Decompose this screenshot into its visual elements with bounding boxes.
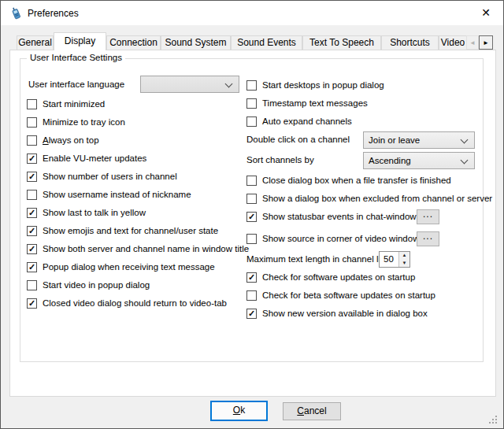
tab-shortcuts[interactable]: Shortcuts	[381, 35, 439, 50]
start-desktops-in-popup-dialog-row[interactable]: Start desktops in popup dialog	[246, 79, 384, 91]
start-video-in-popup-dialog-row[interactable]: Start video in popup dialog	[27, 279, 150, 291]
tab-display[interactable]: Display	[54, 32, 106, 50]
window-title: Preferences	[28, 8, 79, 19]
cancel-button[interactable]: Cancel	[283, 402, 341, 420]
show-statusbar-events-in-chat-window-label: Show statusbar events in chat-window	[262, 212, 417, 221]
show-last-to-talk-in-yellow-row[interactable]: ✓Show last to talk in yellow	[27, 206, 146, 219]
preferences-dialog: Preferences ✕ ◄ ► User Interface Setting…	[0, 0, 504, 429]
app-icon	[9, 6, 23, 20]
close-dialog-box-when-a-file-transfer-is-finished-row[interactable]: Close dialog box when a file transfer is…	[246, 174, 451, 187]
user-interface-language-combobox[interactable]	[140, 76, 239, 93]
maximum-text-length-in-channel-list-value[interactable]: 50	[384, 254, 394, 264]
chevron-down-icon	[461, 136, 469, 144]
double-click-on-a-channel-combobox[interactable]: Join or leave	[363, 131, 475, 149]
tab-video[interactable]: Video	[439, 35, 467, 50]
spin-buttons: ▲▼	[398, 252, 410, 267]
timestamp-text-messages-label: Timestamp text messages	[262, 98, 368, 108]
closed-video-dialog-should-return-to-video-tab-checkbox[interactable]: ✓	[27, 298, 37, 309]
always-on-top-label: Always on top	[43, 135, 99, 145]
show-emojis-and-text-for-channel-user-state-row[interactable]: ✓Show emojis and text for channel/user s…	[27, 224, 218, 237]
chevron-down-icon	[225, 80, 233, 88]
show-a-dialog-box-when-excluded-from-channel-or-server-row[interactable]: Show a dialog box when excluded from cha…	[246, 192, 492, 205]
show-username-instead-of-nickname-label: Show username instead of nickname	[43, 190, 191, 199]
start-minimized-row[interactable]: Start minimized	[27, 98, 105, 110]
spin-down-button[interactable]: ▼	[399, 260, 410, 268]
check-for-beta-software-updates-on-startup-row[interactable]: Check for beta software updates on start…	[246, 289, 435, 301]
closed-video-dialog-should-return-to-video-tab-row[interactable]: ✓Closed video dialog should return to vi…	[27, 297, 227, 309]
tab-sound-system[interactable]: Sound System	[161, 35, 231, 50]
group-title: User Interface Settings	[27, 53, 125, 62]
start-desktops-in-popup-dialog-checkbox[interactable]	[246, 80, 257, 91]
tab-connection[interactable]: Connection	[106, 35, 161, 50]
popup-dialog-when-receiving-text-message-row[interactable]: ✓Popup dialog when receiving text messag…	[27, 261, 215, 273]
show-source-in-corner-of-video-window-label: Show source in corner of video window	[262, 234, 419, 243]
tab-general[interactable]: General	[17, 35, 54, 50]
show-source-in-corner-of-video-window-browse-button[interactable]: ...	[417, 231, 439, 246]
show-new-version-available-in-dialog-box-label: Show new version available in dialog box	[262, 309, 428, 318]
minimize-to-tray-icon-row[interactable]: Minimize to tray icon	[27, 116, 125, 128]
minimize-to-tray-icon-checkbox[interactable]	[27, 117, 37, 128]
popup-dialog-when-receiving-text-message-label: Popup dialog when receiving text message	[43, 262, 215, 272]
show-both-server-and-channel-name-in-window-title-checkbox[interactable]: ✓	[27, 244, 37, 254]
show-source-in-corner-of-video-window-checkbox[interactable]	[246, 234, 257, 244]
sort-channels-by-combobox-value: Ascending	[369, 156, 411, 165]
check-for-beta-software-updates-on-startup-checkbox[interactable]	[246, 290, 257, 301]
check-for-software-updates-on-startup-checkbox[interactable]: ✓	[246, 272, 257, 283]
check-for-software-updates-on-startup-label: Check for software updates on startup	[262, 272, 415, 282]
show-statusbar-events-in-chat-window-browse-button[interactable]: ...	[417, 209, 439, 224]
show-both-server-and-channel-name-in-window-title-row[interactable]: ✓Show both server and channel name in wi…	[27, 242, 249, 255]
show-statusbar-events-in-chat-window-row[interactable]: ✓Show statusbar events in chat-window	[246, 210, 417, 223]
title-bar[interactable]: Preferences ✕	[1, 1, 503, 25]
close-dialog-box-when-a-file-transfer-is-finished-checkbox[interactable]	[246, 176, 257, 186]
show-last-to-talk-in-yellow-checkbox[interactable]: ✓	[27, 208, 37, 218]
start-minimized-checkbox[interactable]	[27, 99, 37, 109]
user-interface-language-label: User interface language	[28, 80, 124, 89]
start-minimized-label: Start minimized	[43, 99, 105, 109]
chevron-down-icon	[461, 157, 469, 165]
show-source-in-corner-of-video-window-row[interactable]: Show source in corner of video window	[246, 232, 419, 245]
show-new-version-available-in-dialog-box-checkbox[interactable]: ✓	[246, 309, 257, 319]
sort-channels-by-label: Sort channels by	[246, 155, 314, 165]
auto-expand-channels-label: Auto expand channels	[262, 116, 352, 126]
show-number-of-users-in-channel-checkbox[interactable]: ✓	[27, 172, 37, 182]
spin-up-button[interactable]: ▲	[399, 252, 410, 260]
maximum-text-length-in-channel-list-label: Maximum text length in channel list	[246, 254, 387, 264]
show-username-instead-of-nickname-row[interactable]: Show username instead of nickname	[27, 188, 191, 201]
timestamp-text-messages-checkbox[interactable]	[246, 98, 257, 109]
maximum-text-length-in-channel-list-spinbox[interactable]: 50▲▼	[379, 251, 410, 268]
popup-dialog-when-receiving-text-message-checkbox[interactable]: ✓	[27, 262, 37, 272]
always-on-top-row[interactable]: Always on top	[27, 134, 99, 146]
tab-sound-events[interactable]: Sound Events	[231, 35, 302, 50]
resize-grip[interactable]	[489, 416, 498, 425]
show-statusbar-events-in-chat-window-checkbox[interactable]: ✓	[246, 212, 257, 222]
show-username-instead-of-nickname-checkbox[interactable]	[27, 190, 37, 200]
auto-expand-channels-checkbox[interactable]	[246, 116, 257, 127]
check-for-software-updates-on-startup-row[interactable]: ✓Check for software updates on startup	[246, 271, 415, 283]
tab-scroll-left-button[interactable]: ◄	[466, 35, 479, 50]
show-emojis-and-text-for-channel-user-state-checkbox[interactable]: ✓	[27, 226, 37, 236]
double-click-on-a-channel-combobox-value: Join or leave	[369, 135, 420, 145]
tab-scroll-right-button[interactable]: ►	[479, 35, 493, 50]
show-number-of-users-in-channel-row[interactable]: ✓Show number of users in channel	[27, 170, 177, 183]
timestamp-text-messages-row[interactable]: Timestamp text messages	[246, 97, 368, 109]
enable-vu-meter-updates-row[interactable]: ✓Enable VU-meter updates	[27, 152, 146, 165]
check-for-beta-software-updates-on-startup-label: Check for beta software updates on start…	[262, 290, 435, 300]
start-desktops-in-popup-dialog-label: Start desktops in popup dialog	[262, 80, 384, 90]
sort-channels-by-combobox[interactable]: Ascending	[363, 152, 475, 169]
show-emojis-and-text-for-channel-user-state-label: Show emojis and text for channel/user st…	[43, 226, 218, 235]
show-new-version-available-in-dialog-box-row[interactable]: ✓Show new version available in dialog bo…	[246, 307, 428, 320]
double-click-on-a-channel-label: Double click on a channel	[246, 135, 350, 144]
tab-text-to-speech[interactable]: Text To Speech	[302, 35, 381, 50]
enable-vu-meter-updates-checkbox[interactable]: ✓	[27, 153, 37, 164]
closed-video-dialog-should-return-to-video-tab-label: Closed video dialog should return to vid…	[43, 298, 227, 308]
close-icon[interactable]: ✕	[476, 5, 496, 21]
show-a-dialog-box-when-excluded-from-channel-or-server-checkbox[interactable]	[246, 194, 257, 204]
start-video-in-popup-dialog-label: Start video in popup dialog	[43, 280, 150, 290]
always-on-top-checkbox[interactable]	[27, 135, 37, 146]
start-video-in-popup-dialog-checkbox[interactable]	[27, 280, 37, 290]
minimize-to-tray-icon-label: Minimize to tray icon	[43, 117, 125, 127]
auto-expand-channels-row[interactable]: Auto expand channels	[246, 115, 352, 128]
ok-button[interactable]: Ok	[210, 401, 268, 421]
show-a-dialog-box-when-excluded-from-channel-or-server-label: Show a dialog box when excluded from cha…	[262, 194, 492, 203]
enable-vu-meter-updates-label: Enable VU-meter updates	[43, 153, 146, 163]
